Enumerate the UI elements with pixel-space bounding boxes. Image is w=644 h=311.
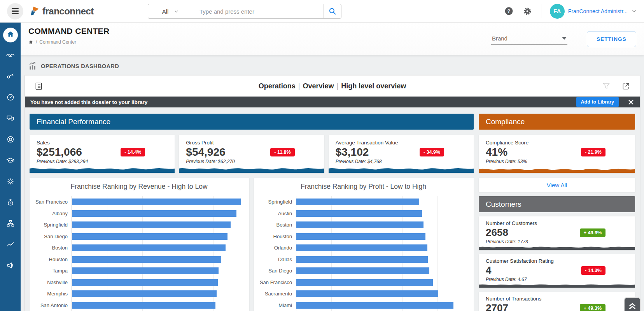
- chart-plot-area: [296, 242, 468, 254]
- chart-plot-area: [72, 231, 244, 242]
- right-column: Compliance Compliance Score41%- 21.9%Pre…: [479, 114, 635, 311]
- chevron-down-icon: [631, 8, 637, 14]
- customers-header: Customers: [479, 196, 635, 212]
- chart-title: Franchise Ranking by Profit - Low to Hig…: [256, 183, 471, 191]
- chart-category-label: San Diego: [256, 268, 296, 274]
- hierarchy-icon: [6, 219, 15, 229]
- kpi-card: Number of Customers2658+ 49.9%Previous D…: [479, 216, 635, 250]
- help-icon: ?: [504, 6, 514, 16]
- dossier-title-part: High level overview: [341, 82, 406, 90]
- sidebar-item-handshake[interactable]: [0, 46, 21, 67]
- kpi-card: Gross Profit$54,926- 11.8%Previous Date:…: [179, 135, 324, 173]
- sparkline-wave: [329, 165, 474, 173]
- hamburger-menu-icon[interactable]: [7, 3, 23, 19]
- bar-chart-card: Franchise Ranking by Revenue - High to L…: [30, 178, 249, 311]
- compliance-kpi-slot: Compliance Score41%- 21.9%Previous Date:…: [479, 130, 635, 173]
- chart-category-label: Nashville: [32, 279, 72, 285]
- title-separator: |: [296, 82, 303, 90]
- kpi-value: $3,102: [336, 146, 369, 158]
- sparkline-wave: [479, 282, 635, 288]
- sidebar-item-gear-star[interactable]: [0, 172, 21, 193]
- scroll-to-top-button[interactable]: [624, 297, 641, 311]
- settings-button[interactable]: SETTINGS: [587, 31, 636, 47]
- home-icon[interactable]: [28, 40, 33, 45]
- kpi-value: 2658: [486, 227, 508, 239]
- sidebar-item-lifebuoy[interactable]: [0, 130, 21, 151]
- sidebar-item-graduation-cap[interactable]: [0, 151, 21, 172]
- top-bar: franconnect All ?: [0, 0, 644, 23]
- sparkline-wave: [179, 165, 324, 173]
- chart-bar: [72, 199, 241, 205]
- chart-bar: [296, 233, 425, 240]
- chart-row: Boston: [256, 219, 471, 231]
- left-column: Financial Performance Sales$251,066- 14.…: [30, 114, 474, 311]
- table-of-contents-button[interactable]: [34, 82, 43, 91]
- chart-row: Dallas: [256, 254, 471, 265]
- breadcrumb: / Command Center: [28, 39, 109, 45]
- search-scope-select[interactable]: All: [148, 4, 193, 18]
- chart-bar: [72, 256, 221, 263]
- kpi-value: 4: [486, 264, 491, 276]
- chart-category-label: Houston: [256, 234, 296, 239]
- kpi-label: Compliance Score: [486, 140, 628, 146]
- chart-bar: [296, 221, 424, 228]
- sidebar-item-key[interactable]: [0, 67, 21, 88]
- chart-category-label: Memphis: [32, 291, 72, 297]
- chart-row: Houston: [256, 231, 471, 242]
- chart-plot-area: [296, 265, 468, 277]
- sidebar-item-money-bag[interactable]: $: [0, 193, 21, 214]
- home-icon: [7, 30, 14, 40]
- sidebar-item-chat[interactable]: [0, 109, 21, 130]
- user-name: FranConnect Administr...: [568, 8, 628, 14]
- dossier-title-part: Overview: [303, 82, 334, 90]
- search-button[interactable]: [323, 4, 341, 18]
- kpi-card: Compliance Score41%- 21.9%Previous Date:…: [479, 135, 635, 173]
- kpi-label: Customer Satisfaction Rating: [486, 258, 628, 264]
- kpi-card: Sales$251,066- 14.4%Previous Date: $293,…: [30, 135, 175, 173]
- double-chevron-up-icon: [627, 300, 637, 310]
- user-menu[interactable]: FA FranConnect Administr...: [550, 4, 637, 19]
- filter-button[interactable]: [602, 82, 611, 90]
- view-all-link[interactable]: View All: [547, 182, 567, 188]
- sidebar-item-megaphone[interactable]: [0, 256, 21, 277]
- chart-row: San Diego: [32, 231, 246, 242]
- chart-row: Miami: [256, 300, 471, 311]
- kpi-label: Average Transaction Value: [336, 140, 467, 146]
- chart-category-label: Boston: [32, 245, 72, 251]
- sidebar-item-trend[interactable]: [0, 235, 21, 256]
- chart-category-label: Springfield: [256, 199, 296, 205]
- delta-badge: - 34.9%: [420, 148, 444, 156]
- help-button[interactable]: ?: [504, 6, 514, 16]
- settings-gear-button[interactable]: [522, 6, 532, 16]
- kpi-previous: Previous Date: 4.67: [486, 277, 628, 282]
- breadcrumb-item[interactable]: Command Center: [39, 39, 76, 45]
- compliance-header: Compliance: [479, 114, 635, 130]
- kpi-value: $251,066: [37, 146, 82, 158]
- svg-text:?: ?: [507, 8, 510, 14]
- close-icon[interactable]: [628, 99, 634, 105]
- chart-plot-area: [296, 231, 468, 242]
- kpi-label: Number of Customers: [486, 220, 628, 226]
- chart-plot-area: [296, 277, 468, 288]
- add-to-library-button[interactable]: Add to Library: [576, 97, 619, 107]
- share-button[interactable]: [621, 82, 630, 91]
- chart-bar: [72, 244, 226, 251]
- sidebar-item-gauge[interactable]: [0, 88, 21, 109]
- search-input[interactable]: [193, 8, 323, 15]
- delta-badge: + 49.9%: [580, 228, 606, 237]
- main-content: COMMAND CENTER / Command Center Brand SE…: [21, 23, 644, 311]
- chart-category-label: San Antonio: [32, 302, 72, 308]
- chart-row: Albany: [32, 208, 246, 220]
- chart-row: Austin: [256, 208, 471, 220]
- sidebar-item-home[interactable]: [0, 25, 21, 46]
- dossier-toolbar: Operations|Overview|High level overview: [25, 76, 640, 97]
- dashboard-title: OPERATIONS DASHBOARD: [41, 63, 119, 69]
- money-bag-icon: $: [6, 198, 15, 208]
- brand-select[interactable]: Brand: [491, 33, 567, 45]
- chart-plot-area: [72, 219, 244, 231]
- gauge-icon: [6, 93, 15, 103]
- kpi-label: Gross Profit: [186, 140, 317, 146]
- sidebar-item-hierarchy[interactable]: [0, 214, 21, 235]
- chart-bar: [296, 290, 438, 297]
- library-notice-bar: You have not added this dossier to your …: [25, 97, 640, 107]
